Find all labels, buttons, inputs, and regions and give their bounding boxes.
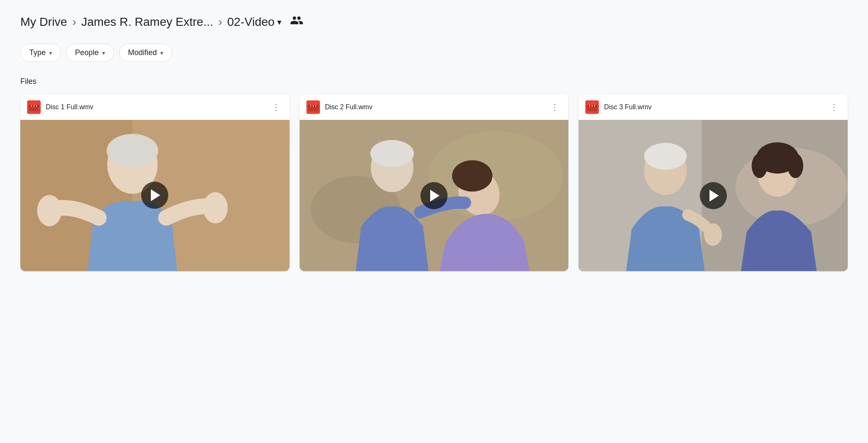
breadcrumb-current: 02-Video ▾ bbox=[227, 15, 281, 29]
play-triangle-2 bbox=[430, 190, 440, 202]
video-file-icon-1 bbox=[27, 100, 41, 114]
breadcrumb-my-drive[interactable]: My Drive bbox=[20, 15, 67, 29]
file-name-2: Disc 2 Full.wmv bbox=[325, 103, 543, 111]
file-card-2-header: Disc 2 Full.wmv ⋮ bbox=[300, 94, 569, 120]
file-card-1[interactable]: Disc 1 Full.wmv ⋮ bbox=[20, 94, 289, 271]
play-triangle-1 bbox=[151, 189, 160, 201]
file-card-1-header: Disc 1 Full.wmv ⋮ bbox=[20, 94, 289, 120]
modified-filter-button[interactable]: Modified ▾ bbox=[119, 44, 172, 62]
file-menu-button-2[interactable]: ⋮ bbox=[548, 100, 562, 114]
filter-bar: Type ▾ People ▾ Modified ▾ bbox=[20, 44, 848, 62]
people-filter-chevron-icon: ▾ bbox=[102, 50, 105, 56]
breadcrumb-dropdown-icon[interactable]: ▾ bbox=[277, 17, 281, 27]
play-overlay-2 bbox=[300, 120, 569, 271]
breadcrumb-separator-2: › bbox=[218, 15, 222, 29]
file-menu-button-3[interactable]: ⋮ bbox=[827, 100, 841, 114]
breadcrumb-separator-1: › bbox=[72, 15, 76, 29]
type-filter-chevron-icon: ▾ bbox=[49, 50, 52, 56]
more-vert-icon-3: ⋮ bbox=[830, 102, 838, 112]
play-overlay-3 bbox=[579, 120, 848, 271]
more-vert-icon-1: ⋮ bbox=[272, 102, 280, 112]
file-card-3[interactable]: Disc 3 Full.wmv ⋮ bbox=[579, 94, 848, 271]
svg-rect-6 bbox=[29, 104, 39, 105]
file-card-2[interactable]: Disc 2 Full.wmv ⋮ bbox=[300, 94, 569, 271]
video-file-icon-3 bbox=[585, 100, 599, 114]
file-card-3-header: Disc 3 Full.wmv ⋮ bbox=[579, 94, 848, 120]
svg-rect-19 bbox=[308, 104, 318, 105]
files-section-label: Files bbox=[20, 77, 848, 86]
file-thumbnail-1 bbox=[20, 120, 289, 271]
breadcrumb-current-label: 02-Video bbox=[227, 15, 275, 29]
svg-rect-34 bbox=[587, 104, 597, 105]
breadcrumb-folder[interactable]: James R. Ramey Extre... bbox=[81, 15, 213, 29]
file-thumbnail-3 bbox=[579, 120, 848, 271]
type-filter-button[interactable]: Type ▾ bbox=[20, 44, 61, 62]
people-filter-button[interactable]: People ▾ bbox=[66, 44, 114, 62]
breadcrumb: My Drive › James R. Ramey Extre... › 02-… bbox=[20, 14, 848, 30]
play-button-1[interactable] bbox=[141, 182, 168, 209]
play-overlay-1 bbox=[20, 120, 289, 271]
file-name-1: Disc 1 Full.wmv bbox=[46, 103, 264, 111]
play-button-3[interactable] bbox=[700, 182, 727, 209]
people-filter-label: People bbox=[75, 48, 99, 57]
type-filter-label: Type bbox=[29, 48, 46, 57]
share-people-icon[interactable] bbox=[290, 14, 303, 30]
play-triangle-3 bbox=[709, 190, 719, 202]
modified-filter-label: Modified bbox=[128, 48, 157, 57]
file-grid: Disc 1 Full.wmv ⋮ bbox=[20, 94, 848, 271]
modified-filter-chevron-icon: ▾ bbox=[160, 50, 163, 56]
file-menu-button-1[interactable]: ⋮ bbox=[269, 100, 283, 114]
file-name-3: Disc 3 Full.wmv bbox=[604, 103, 822, 111]
video-file-icon-2 bbox=[306, 100, 320, 114]
more-vert-icon-2: ⋮ bbox=[551, 102, 559, 112]
play-button-2[interactable] bbox=[420, 182, 448, 209]
file-thumbnail-2 bbox=[300, 120, 569, 271]
